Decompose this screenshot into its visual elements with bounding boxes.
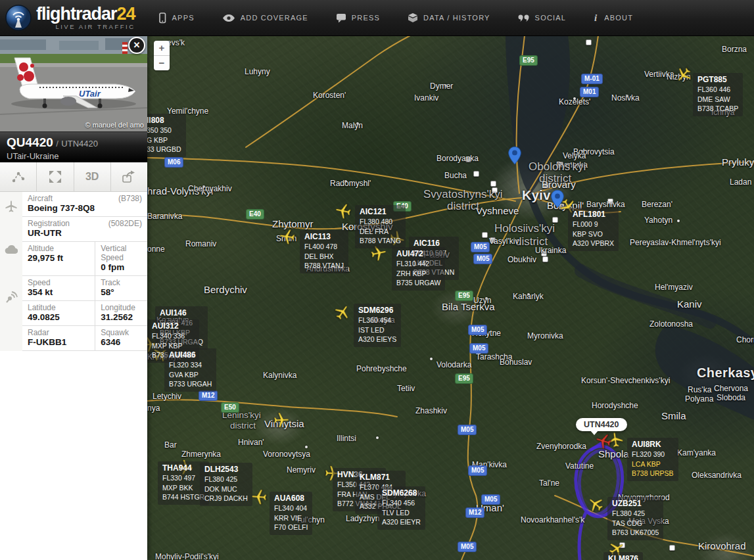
flight-label[interactable]: AUI8RKFL320 390LCA KBPB738 URPSB [627,438,678,481]
town-dot [430,358,433,360]
flight-label[interactable]: PGT885FL360 446DME SAWB738 TCABP [693,73,743,116]
info-icon: i [594,12,599,23]
road-badge: M12 [465,507,484,518]
map-place-label: Kirovohrad [698,540,746,551]
speed-track-row: Speed354 kt Track58° [22,276,147,301]
flight-info-panel: UTair © manuel del amo ✕ QU4420 / UTN442… [0,35,147,560]
nav-apps[interactable]: APPS [158,12,195,24]
speed-label: Speed [28,278,89,287]
nav-data-history[interactable]: DATA / HISTORY [408,12,490,23]
aircraft-icon[interactable] [250,488,268,506]
nav-social[interactable]: SOCIAL [518,14,567,22]
flight-label-data-line: FL380 480 [360,217,401,227]
registration-row: Registration(5082DE) UR-UTR [22,217,147,242]
flight-label-data-line: A320 VPBRX [573,239,614,248]
map-place-label: Hel'myaziv [655,283,693,292]
brand-24: 24 [117,4,135,24]
flight-label[interactable]: AFL1801FL000 9KBP SVOA320 VPBRX [568,208,619,251]
flight-label-data-line: FL360 454 [358,315,396,325]
flight-label-callsign: SDM6268 [382,488,421,498]
flight-label-data-line: FL320 390 [632,450,674,459]
aircraft-icon[interactable] [333,201,354,222]
route-button[interactable] [0,162,37,191]
map-place-label: Vatutine [565,461,594,471]
flight-label-data-line: FL380 425 [612,509,659,519]
map-place-label: Rus'ka [688,385,711,394]
flight-label[interactable]: AIC121FL380 480DEL FRAB788 VTANG [355,205,406,248]
squawk-label: Squawk [101,328,142,337]
flight-label[interactable]: AIC113FL400 478DEL BHXB788 VTANJ [300,230,348,273]
nav-about[interactable]: i ABOUT [594,12,633,23]
flight-label[interactable]: Il808350 350G KBP33 URGBD [147,114,186,157]
radar-squawk-row: RadarF-UKBB1 Squawk6346 [22,326,147,351]
flight-label-data-line: B763 UK67005 [612,528,659,538]
map-place-label: district [230,421,256,431]
latitude-label: Latitude [28,303,89,312]
flight-label-callsign: AUI146 [160,308,203,318]
flight-label[interactable]: UZB251FL380 425TAS CDGB763 UK67005 [607,497,663,540]
map-place-label: Svyatoshyns'kyi [423,188,502,201]
map-place-label: Ivankiv [414,93,438,103]
road-badge: M12 [199,390,218,401]
speed-value: 354 kt [28,287,89,298]
road-badge: M05 [468,325,487,335]
top-navigation-bar: flightradar24 LIVE AIR TRAFFIC APPS ADD … [0,0,754,36]
map-pin-icon[interactable] [550,189,565,212]
nav-press[interactable]: PRESS [336,13,380,23]
flight-label-data-line: B744 HSTGR [162,492,204,502]
3d-view-button[interactable]: 3D [74,162,111,191]
map-place-label: Borzna [722,45,747,54]
flight-label[interactable]: AUA608FL340 404KRR VIEF70 OELFI [270,492,312,535]
road-badge: M01 [580,87,599,97]
collapse-arrows-icon [49,170,62,183]
flight-label[interactable]: AUI486FL320 334GVA KBPB733 URGAH [164,348,216,392]
radar-logo-icon [5,5,32,31]
flight-label[interactable]: SDM6296FL360 454IST LEDA320 EIEYS [354,304,401,347]
map-place-label: Ladyzhyn [346,514,379,523]
aircraft-photo[interactable]: UTair © manuel del amo ✕ [0,35,147,132]
map-place-label: Kalynivka [263,371,296,380]
aircraft-icon[interactable] [277,227,296,246]
map-place-label: onne [147,245,165,254]
poi-marker [482,232,488,238]
flight-label-data-line: B733 URGAH [169,379,212,389]
map-place-label: Ladan [730,177,751,187]
flight-label-callsign: DLH2543 [204,465,248,475]
map-place-label: Pryluky [722,156,754,168]
flight-label-callsign: AIC113 [304,232,344,242]
nav-add-coverage[interactable]: ADD COVERAGE [222,14,308,22]
flight-label-data-line: B788 VTANJ [304,261,344,271]
map-place-label: Sloboda [717,393,745,402]
aircraft-icon[interactable] [273,411,291,429]
altitude-label: Altitude [28,244,89,253]
flight-label-data-line: A320 EIEYR [382,517,421,527]
flight-label[interactable]: SDM6268FL340 456TLV LEDA320 EIEYR [377,486,425,530]
road-badge: M-01 [581,74,603,84]
aircraft-label: Aircraft [28,194,53,203]
focus-aircraft-button[interactable] [37,162,74,191]
zoom-in-button[interactable]: + [154,41,170,56]
flightradar24-logo[interactable]: flightradar24 LIVE AIR TRAFFIC [5,5,135,31]
flight-label-data-line: FL340 336 [152,331,195,341]
flight-label-callsign: Il808 [147,116,181,126]
zoom-out-button[interactable]: − [154,56,170,70]
flight-label-data-line: G KBP [147,135,181,145]
map-pin-icon[interactable] [507,146,522,168]
main-menu: APPS ADD COVERAGE PRESS DATA / HISTORY S… [158,12,634,24]
flight-label[interactable]: AUI472FL310 442ZRH KBPB735 URGAW [392,247,445,291]
map-place-label: Zhmerynka [181,450,221,459]
map-place-label: Obukhiv [507,255,536,264]
nav-label: ABOUT [604,14,633,22]
flight-label[interactable]: DLH2543FL380 425DOK MUCCRJ9 DACKH [200,463,252,506]
map-place-label: Volodarka [436,360,471,369]
close-icon[interactable]: ✕ [128,37,145,54]
road-badge: M05 [473,254,492,264]
details-icon-rail [0,192,22,351]
map-place-label: Korosten' [313,91,346,100]
flight-details: Aircraft(B738) Boeing 737-8Q8 Registrati… [0,192,147,351]
flight-label[interactable]: KLM876 [603,552,643,560]
flight-label-data-line: CRJ9 DACKH [204,494,248,503]
map-place-label: Zhashkiv [415,406,447,415]
satellite-map[interactable]: UTN4420 + − evs'kBorznaLuhynyVertiivkaNi… [147,35,754,560]
share-button[interactable] [111,162,147,191]
